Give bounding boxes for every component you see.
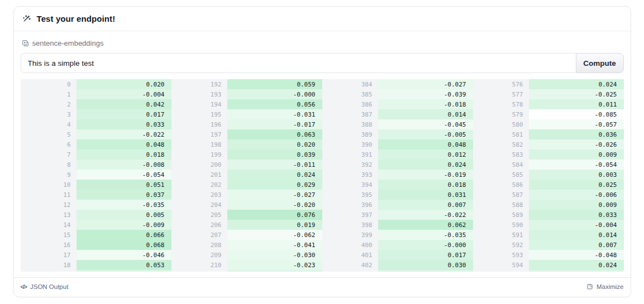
table-row: 40.033196-0.017388-0.045580-0.057: [21, 119, 624, 129]
cell-value: 0.059: [227, 79, 322, 89]
cell-index: [322, 270, 378, 272]
cell-value: -0.035: [77, 200, 171, 210]
cell-value: -0.027: [227, 190, 322, 200]
cell-index: 12: [21, 200, 77, 210]
cell-index: 593: [473, 250, 529, 260]
cell-value: 0.039: [227, 149, 322, 160]
cell-index: 193: [171, 89, 227, 99]
code-icon: </>: [21, 284, 27, 290]
cell-value: 0.019: [227, 220, 322, 230]
compute-button[interactable]: Compute: [576, 53, 624, 73]
cell-value: -0.023: [227, 260, 322, 270]
widget-title: Test your endpoint!: [37, 14, 116, 23]
cell-index: 2: [21, 99, 77, 109]
table-row: 20.0421940.056386-0.0185780.011: [21, 99, 624, 109]
cell-index: 587: [473, 190, 529, 200]
json-output-toggle[interactable]: </> JSON Output: [21, 283, 69, 290]
cell-value: 0.033: [77, 119, 171, 129]
widget-body: sentence-embeddings Compute 00.0201920.0…: [14, 31, 631, 277]
cell-index: 588: [473, 200, 529, 210]
cell-index: 209: [171, 250, 227, 260]
widget-header: Test your endpoint!: [14, 7, 631, 31]
cell-value: 0.012: [378, 149, 473, 160]
embeddings-table-body: 00.0201920.059384-0.0275760.0241-0.00419…: [21, 79, 624, 272]
cell-index: 385: [322, 89, 378, 99]
cell-value: 0.017: [378, 250, 473, 260]
cell-index: [171, 270, 227, 272]
cell-index: 192: [171, 79, 227, 89]
cell-value: 0.048: [77, 139, 171, 149]
cell-value: 0.011: [529, 99, 624, 109]
cell-index: 384: [322, 79, 378, 89]
cell-index: 387: [322, 109, 378, 119]
cell-index: 9: [21, 170, 77, 180]
cell-value: -0.020: [227, 200, 322, 210]
cell-value: 0.007: [529, 240, 624, 250]
cell-index: 16: [21, 240, 77, 250]
cell-value: -0.004: [529, 220, 624, 230]
cell-value: 0.024: [529, 79, 624, 89]
cell-value: 0.009: [529, 200, 624, 210]
test-text-input[interactable]: [21, 53, 576, 73]
cell-value: -0.057: [529, 119, 624, 129]
table-row: 130.0052050.076397-0.0225890.033: [21, 210, 624, 220]
cell-value: 0.076: [227, 210, 322, 220]
table-row: 30.017195-0.0313870.014579-0.085: [21, 109, 624, 119]
cell-index: 203: [171, 190, 227, 200]
model-link[interactable]: sentence-embeddings: [22, 39, 624, 47]
embeddings-table: 00.0201920.059384-0.0275760.0241-0.00419…: [21, 79, 624, 272]
cell-index: 1: [21, 89, 77, 99]
cell-index: 394: [322, 180, 378, 190]
cell-value: -0.011: [227, 160, 322, 170]
cell-value: -0.000: [378, 240, 473, 250]
cell-index: 210: [171, 260, 227, 270]
table-row: 9-0.0542010.024393-0.0195850.003: [21, 170, 624, 180]
cell-value: -0.027: [378, 79, 473, 89]
cell-index: 199: [171, 149, 227, 160]
cell-value: 0.053: [77, 260, 171, 270]
cell-index: 197: [171, 129, 227, 139]
cell-value: [529, 270, 624, 272]
table-row: 1-0.004193-0.000385-0.039577-0.025: [21, 89, 624, 99]
cell-value: 0.037: [77, 190, 171, 200]
cell-index: 576: [473, 79, 529, 89]
cell-index: 586: [473, 180, 529, 190]
maximize-button[interactable]: Maximize: [586, 283, 624, 290]
cell-value: 0.066: [77, 230, 171, 240]
cell-value: 0.063: [227, 129, 322, 139]
cell-index: 589: [473, 210, 529, 220]
cell-index: 7: [21, 149, 77, 160]
cell-index: 580: [473, 119, 529, 129]
cell-value: -0.025: [529, 89, 624, 99]
cell-value: -0.022: [77, 129, 171, 139]
cell-value: -0.041: [227, 240, 322, 250]
table-row: 160.068208-0.041400-0.0005920.007: [21, 240, 624, 250]
table-row: 60.0481980.0203900.048582-0.026: [21, 139, 624, 149]
cell-value: 0.030: [378, 260, 473, 270]
maximize-icon: [586, 283, 593, 290]
cell-index: 591: [473, 230, 529, 240]
cell-index: 0: [21, 79, 77, 89]
cell-value: 0.062: [378, 220, 473, 230]
cell-index: 206: [171, 220, 227, 230]
cell-value: -0.009: [77, 220, 171, 230]
cell-index: 401: [322, 250, 378, 260]
cell-index: 389: [322, 129, 378, 139]
table-row: 150.066207-0.062399-0.0355910.014: [21, 230, 624, 240]
cell-index: 577: [473, 89, 529, 99]
cell-index: 386: [322, 99, 378, 109]
cell-index: 388: [322, 119, 378, 129]
cell-index: 582: [473, 139, 529, 149]
cell-index: 392: [322, 160, 378, 170]
cell-value: 0.024: [529, 260, 624, 270]
cell-index: 396: [322, 200, 378, 210]
cell-index: 590: [473, 220, 529, 230]
cell-index: 201: [171, 170, 227, 180]
cell-index: 202: [171, 180, 227, 190]
cell-index: 585: [473, 170, 529, 180]
cell-index: 14: [21, 220, 77, 230]
embeddings-table-container[interactable]: 00.0201920.059384-0.0275760.0241-0.00419…: [21, 79, 624, 272]
cell-value: -0.039: [378, 89, 473, 99]
model-name-label: sentence-embeddings: [32, 39, 104, 47]
cell-value: 0.056: [227, 99, 322, 109]
